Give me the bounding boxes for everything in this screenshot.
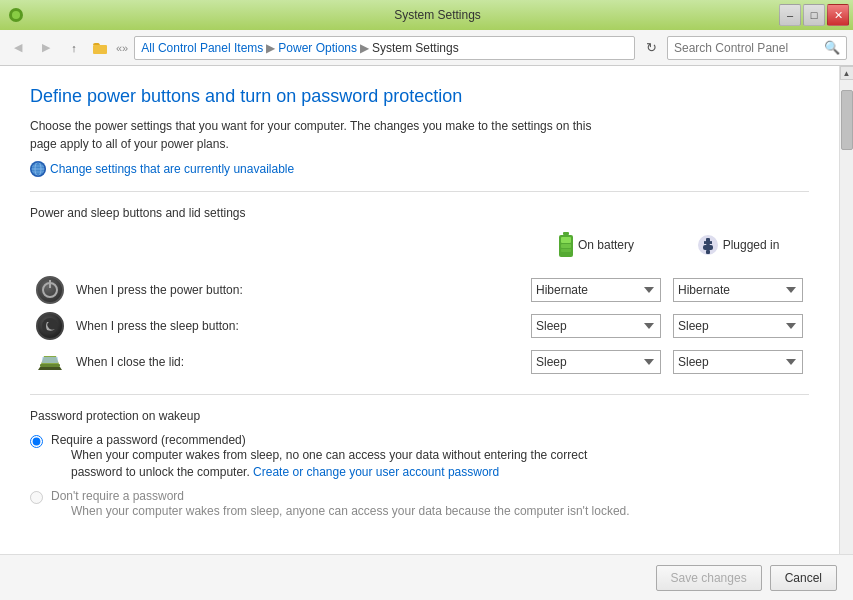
sleep-icon [36, 312, 64, 340]
plugged-col-label: Plugged in [723, 238, 780, 252]
lid-label: When I close the lid: [70, 344, 525, 380]
lid-row: When I close the lid: Do nothing Sleep H… [30, 344, 809, 380]
search-box[interactable]: 🔍 [667, 36, 847, 60]
svg-rect-11 [561, 237, 571, 243]
require-password-desc: When your computer wakes from sleep, no … [71, 447, 587, 481]
power-icon-cell [30, 272, 70, 308]
svg-rect-15 [706, 238, 710, 245]
cancel-button[interactable]: Cancel [770, 565, 837, 591]
sleep-plugged-cell: Do nothing Sleep Hibernate Shut down Tur… [667, 308, 809, 344]
refresh-button[interactable]: ↻ [639, 36, 663, 60]
svg-point-20 [42, 318, 58, 334]
power-icon [36, 276, 64, 304]
lid-plugged-select[interactable]: Do nothing Sleep Hibernate Shut down Tur… [673, 350, 803, 374]
maximize-button[interactable]: □ [803, 4, 825, 26]
require-password-radio[interactable] [30, 435, 43, 448]
svg-rect-9 [563, 232, 569, 235]
search-icon[interactable]: 🔍 [824, 40, 840, 55]
power-button-label: When I press the power button: [70, 272, 525, 308]
no-password-label[interactable]: Don't require a password [51, 489, 184, 503]
no-password-radio[interactable] [30, 491, 43, 504]
back-button[interactable]: ◀ [6, 36, 30, 60]
lid-plugged-cell: Do nothing Sleep Hibernate Shut down Tur… [667, 344, 809, 380]
lid-battery-select[interactable]: Do nothing Sleep Hibernate Shut down Tur… [531, 350, 661, 374]
power-plugged-select[interactable]: Do nothing Sleep Hibernate Shut down Tur… [673, 278, 803, 302]
power-button-row: When I press the power button: Do nothin… [30, 272, 809, 308]
page-title: Define power buttons and turn on passwor… [30, 86, 809, 107]
power-battery-cell: Do nothing Sleep Hibernate Shut down Tur… [525, 272, 667, 308]
breadcrumb-arrows: «» [116, 42, 128, 54]
svg-rect-2 [93, 45, 107, 54]
sleep-battery-select[interactable]: Do nothing Sleep Hibernate Shut down Tur… [531, 314, 661, 338]
power-battery-select[interactable]: Do nothing Sleep Hibernate Shut down Tur… [531, 278, 661, 302]
svg-rect-12 [561, 244, 571, 248]
content-area: Define power buttons and turn on passwor… [0, 66, 839, 600]
svg-point-1 [12, 11, 20, 19]
folder-icon [92, 40, 108, 56]
power-sleep-section: Power and sleep buttons and lid settings [30, 206, 809, 380]
up-button[interactable]: ↑ [62, 36, 86, 60]
settings-link-label: Change settings that are currently unava… [50, 162, 294, 176]
divider-2 [30, 394, 809, 395]
main-container: Define power buttons and turn on passwor… [0, 66, 853, 600]
page-description: Choose the power settings that you want … [30, 117, 809, 153]
app-icon [8, 7, 24, 23]
no-password-option: Don't require a password When your compu… [30, 489, 809, 520]
power-plugged-cell: Do nothing Sleep Hibernate Shut down Tur… [667, 272, 809, 308]
sleep-button-row: When I press the sleep button: Do nothin… [30, 308, 809, 344]
svg-rect-16 [703, 245, 713, 250]
sleep-plugged-select[interactable]: Do nothing Sleep Hibernate Shut down Tur… [673, 314, 803, 338]
plugged-header-icon [697, 234, 719, 256]
power-sleep-section-title: Power and sleep buttons and lid settings [30, 206, 809, 220]
battery-col-label: On battery [578, 238, 634, 252]
lid-icon-cell [30, 344, 70, 380]
forward-button[interactable]: ▶ [34, 36, 58, 60]
plugged-col-header: Plugged in [667, 232, 809, 272]
window-title: System Settings [30, 8, 845, 22]
address-path[interactable]: All Control Panel Items ▶ Power Options … [134, 36, 635, 60]
label-col-header [70, 232, 525, 272]
lid-battery-cell: Do nothing Sleep Hibernate Shut down Tur… [525, 344, 667, 380]
title-bar: System Settings – □ ✕ [0, 0, 853, 30]
path-separator-2: ▶ [360, 41, 369, 55]
bottom-bar: Save changes Cancel [0, 554, 853, 600]
password-section: Password protection on wakeup Require a … [30, 409, 809, 519]
svg-rect-19 [710, 241, 712, 244]
search-input[interactable] [674, 41, 820, 55]
breadcrumb-power-options[interactable]: Power Options [278, 41, 357, 55]
battery-col-header: On battery [525, 232, 667, 272]
settings-table: On battery [30, 232, 809, 380]
minimize-button[interactable]: – [779, 4, 801, 26]
change-settings-link[interactable]: Change settings that are currently unava… [30, 161, 809, 177]
icon-col-header [30, 232, 70, 272]
power-icon-inner [42, 282, 58, 298]
svg-rect-17 [706, 250, 710, 254]
path-separator-1: ▶ [266, 41, 275, 55]
password-section-title: Password protection on wakeup [30, 409, 809, 423]
scroll-thumb[interactable] [841, 90, 853, 150]
battery-header-icon [558, 232, 574, 258]
globe-icon [30, 161, 46, 177]
lid-icon [36, 348, 64, 376]
address-bar: ◀ ▶ ↑ «» All Control Panel Items ▶ Power… [0, 30, 853, 66]
svg-rect-21 [40, 364, 60, 367]
scroll-up-arrow[interactable]: ▲ [840, 66, 854, 80]
window-controls: – □ ✕ [779, 4, 849, 26]
scroll-track[interactable] [840, 80, 854, 586]
create-password-link[interactable]: Create or change your user account passw… [253, 465, 499, 479]
sleep-battery-cell: Do nothing Sleep Hibernate Shut down Tur… [525, 308, 667, 344]
sleep-button-label: When I press the sleep button: [70, 308, 525, 344]
scrollbar[interactable]: ▲ ▼ [839, 66, 853, 600]
sleep-icon-cell [30, 308, 70, 344]
svg-rect-18 [704, 241, 706, 244]
svg-rect-22 [42, 357, 58, 363]
require-password-label[interactable]: Require a password (recommended) [51, 433, 246, 447]
close-button[interactable]: ✕ [827, 4, 849, 26]
save-button[interactable]: Save changes [656, 565, 762, 591]
svg-rect-13 [561, 249, 571, 252]
no-password-desc: When your computer wakes from sleep, any… [71, 503, 630, 520]
divider-1 [30, 191, 809, 192]
breadcrumb-current: System Settings [372, 41, 459, 55]
breadcrumb-all-control-panel[interactable]: All Control Panel Items [141, 41, 263, 55]
require-password-option: Require a password (recommended) When yo… [30, 433, 809, 481]
